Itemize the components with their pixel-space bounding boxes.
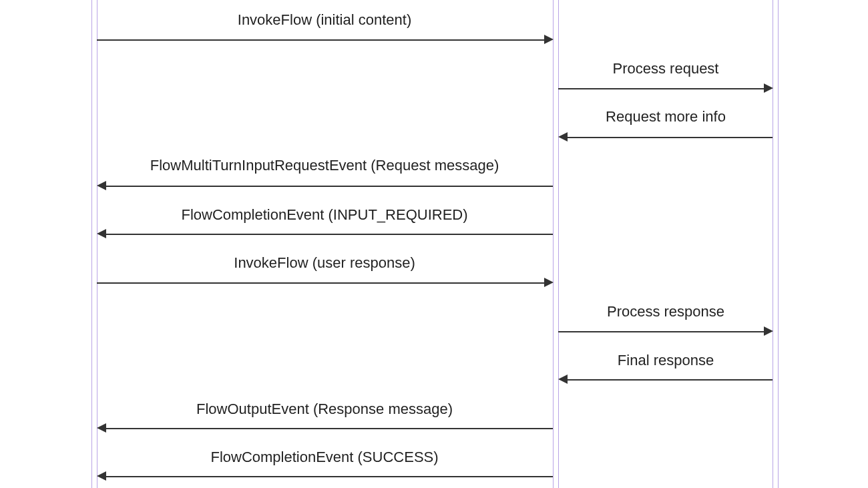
arrow-head-left-icon [558,375,568,384]
msg-label: InvokeFlow (initial content) [238,11,411,29]
arrow-head-left-icon [97,181,106,190]
arrow-head-right-icon [764,326,773,336]
arrow-line [97,282,544,284]
arrow-head-right-icon [544,278,554,287]
arrow-line [97,39,544,41]
msg-label: Process response [607,303,724,320]
msg-label: FlowCompletionEvent (SUCCESS) [210,449,438,466]
lifeline-flow [553,0,559,488]
arrow-line [105,476,553,477]
msg-label: InvokeFlow (user response) [234,254,415,272]
arrow-head-left-icon [558,132,568,142]
arrow-head-left-icon [97,471,106,481]
arrow-line [567,379,773,381]
msg-label: Request more info [606,108,726,126]
msg-label: FlowCompletionEvent (INPUT_REQUIRED) [181,206,467,224]
lifeline-client [91,0,97,488]
arrow-line [105,186,553,187]
arrow-line [105,234,553,235]
lifeline-backend [773,0,779,488]
arrow-head-left-icon [97,423,106,433]
arrow-head-right-icon [544,35,554,44]
arrow-head-left-icon [97,229,106,238]
msg-label: FlowMultiTurnInputRequestEvent (Request … [150,157,499,174]
arrow-line [105,428,553,429]
msg-label: Final response [618,352,714,369]
arrow-line [558,331,764,332]
arrow-line [558,88,764,89]
arrow-line [567,137,773,138]
msg-label: FlowOutputEvent (Response message) [196,401,453,418]
sequence-diagram: InvokeFlow (initial content) Process req… [0,0,868,488]
arrow-head-right-icon [764,83,773,93]
msg-label: Process request [613,60,719,77]
